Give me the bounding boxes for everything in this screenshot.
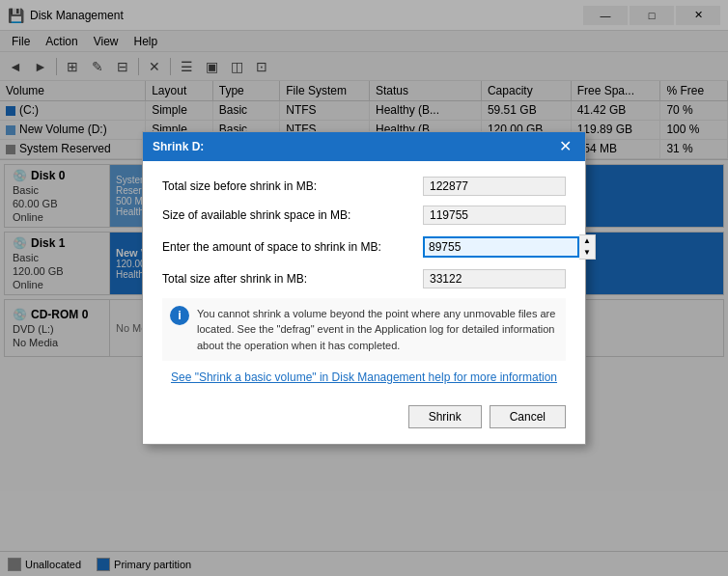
dialog-info-box: i You cannot shrink a volume beyond the … xyxy=(162,298,566,362)
shrink-input-wrap: ▲ ▼ xyxy=(423,234,596,260)
spinner-buttons: ▲ ▼ xyxy=(579,234,596,260)
spinner-down-button[interactable]: ▼ xyxy=(579,247,595,259)
dialog-title: Shrink D: xyxy=(153,140,555,153)
dialog-body: Total size before shrink in MB: 122877 S… xyxy=(143,161,585,445)
dialog-row-1: Total size before shrink in MB: 122877 xyxy=(162,177,566,196)
spinner-up-button[interactable]: ▲ xyxy=(579,235,595,247)
shrink-button[interactable]: Shrink xyxy=(408,405,482,428)
available-shrink-label: Size of available shrink space in MB: xyxy=(162,208,423,222)
available-shrink-value: 119755 xyxy=(423,206,566,225)
shrink-dialog: Shrink D: ✕ Total size before shrink in … xyxy=(142,131,586,446)
shrink-amount-label: Enter the amount of space to shrink in M… xyxy=(162,240,423,254)
shrink-amount-input[interactable] xyxy=(423,236,579,258)
dialog-result-row: Total size after shrink in MB: 33122 xyxy=(162,269,566,288)
dialog-title-bar: Shrink D: ✕ xyxy=(143,132,585,161)
dialog-input-row: Enter the amount of space to shrink in M… xyxy=(162,234,566,260)
cancel-button[interactable]: Cancel xyxy=(490,405,566,428)
dialog-close-button[interactable]: ✕ xyxy=(555,137,575,155)
info-text: You cannot shrink a volume beyond the po… xyxy=(197,306,558,354)
info-icon: i xyxy=(170,306,189,325)
total-size-value: 122877 xyxy=(423,177,566,196)
dialog-buttons: Shrink Cancel xyxy=(162,398,566,428)
dialog-help-link[interactable]: See "Shrink a basic volume" in Disk Mana… xyxy=(162,370,566,384)
result-value: 33122 xyxy=(423,269,566,288)
dialog-row-2: Size of available shrink space in MB: 11… xyxy=(162,206,566,225)
result-label: Total size after shrink in MB: xyxy=(162,272,423,286)
total-size-label: Total size before shrink in MB: xyxy=(162,179,423,193)
dialog-overlay: Shrink D: ✕ Total size before shrink in … xyxy=(0,0,728,576)
